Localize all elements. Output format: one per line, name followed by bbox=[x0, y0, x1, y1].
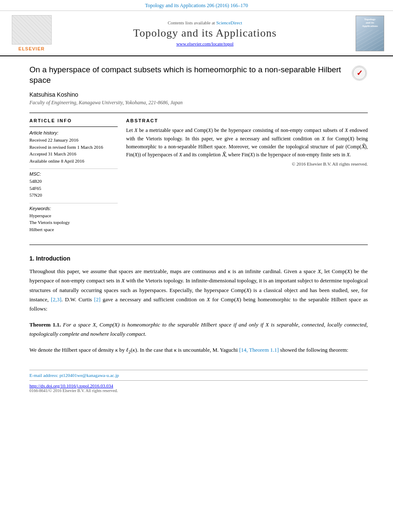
info-divider-2 bbox=[29, 169, 118, 169]
footer-doi[interactable]: http://dx.doi.org/10.1016/j.topol.2016.0… bbox=[29, 383, 368, 388]
elsevier-label: ELSEVIER bbox=[18, 46, 45, 51]
doi-link[interactable]: http://dx.doi.org/10.1016/j.topol.2016.0… bbox=[29, 383, 113, 388]
abstract-panel: ABSTRACT Let X be a metrizable space and… bbox=[126, 118, 368, 237]
history-label: Article history: bbox=[29, 130, 118, 135]
publisher-logo-area: ELSEVIER bbox=[6, 15, 57, 51]
keyword-2: The Vietoris topology bbox=[29, 219, 118, 226]
footer-divider bbox=[29, 380, 368, 381]
sciencedirect-link[interactable]: ScienceDirect bbox=[216, 20, 242, 25]
section-number: 1. bbox=[29, 255, 34, 262]
footer: E-mail address: pt120401we@kanagawa-u.ac… bbox=[29, 370, 368, 397]
author-name: Katsuhisa Koshino bbox=[29, 91, 368, 98]
history-received-revised: Received in revised form 1 March 2016 bbox=[29, 144, 118, 151]
and-text: and bbox=[218, 268, 226, 274]
email-label: E-mail address: bbox=[29, 373, 59, 378]
theorem-1-1-block: Theorem 1.1. For a space X, Comp(X) is h… bbox=[29, 320, 368, 339]
journal-title: Topology and its Applications bbox=[61, 27, 349, 40]
theorem-label: Theorem 1.1. bbox=[29, 321, 61, 328]
footer-rights: 0166-8641/© 2016 Elsevier B.V. All right… bbox=[29, 388, 368, 393]
svg-text:✓: ✓ bbox=[356, 69, 363, 77]
main-content: On a hyperspace of compact subsets which… bbox=[0, 56, 393, 370]
journal-citation: Topology and its Applications 206 (2016)… bbox=[0, 0, 393, 11]
article-info-heading: ARTICLE INFO bbox=[29, 118, 118, 123]
article-title: On a hyperspace of compact subsets which… bbox=[29, 65, 368, 85]
article-info-abstract: ARTICLE INFO Article history: Received 2… bbox=[29, 118, 368, 237]
ref-2-link[interactable]: [2] bbox=[94, 296, 100, 303]
msc-code-2: 54F65 bbox=[29, 185, 118, 192]
journal-cover-title: Topologyand itsApplications bbox=[362, 18, 378, 28]
keyword-3: Hilbert space bbox=[29, 226, 118, 233]
journal-cover-area: Topologyand itsApplications bbox=[353, 15, 387, 51]
ref-14-link[interactable]: [14, Theorem 1.1] bbox=[239, 347, 279, 353]
introduction-heading: 1. Introduction bbox=[29, 255, 368, 262]
author-affiliation: Faculty of Engineering, Kanagawa Univers… bbox=[29, 100, 368, 106]
abstract-heading: ABSTRACT bbox=[126, 118, 368, 123]
journal-header: ELSEVIER Contents lists available at Sci… bbox=[0, 11, 393, 56]
abstract-text: Let X be a metrizable space and Comp(X) … bbox=[126, 126, 368, 159]
copyright-text: © 2016 Elsevier B.V. All rights reserved… bbox=[126, 161, 368, 166]
history-available: Available online 8 April 2016 bbox=[29, 158, 118, 165]
journal-cover: Topologyand itsApplications bbox=[356, 16, 384, 51]
section-divider bbox=[29, 245, 368, 245]
msc-label: MSC: bbox=[29, 171, 118, 176]
section-title-text: Introduction bbox=[36, 255, 71, 262]
journal-header-center: Contents lists available at ScienceDirec… bbox=[61, 15, 349, 51]
keywords-label: Keywords: bbox=[29, 206, 118, 211]
msc-codes-section: MSC: 54B20 54F65 57N20 bbox=[29, 171, 118, 199]
msc-code-1: 54B20 bbox=[29, 178, 118, 185]
footer-email-line: E-mail address: pt120401we@kanagawa-u.ac… bbox=[29, 373, 368, 378]
crossmark-icon: ✓ bbox=[352, 66, 367, 81]
keywords-section: Keywords: Hyperspace The Vietoris topolo… bbox=[29, 206, 118, 233]
contents-label-text: Contents lists available at bbox=[168, 20, 216, 25]
article-history: Article history: Received 22 January 201… bbox=[29, 130, 118, 164]
email-address[interactable]: pt120401we@kanagawa-u.ac.jp bbox=[59, 373, 119, 378]
msc-code-3: 57N20 bbox=[29, 192, 118, 199]
ref-2-3-link[interactable]: [2,3] bbox=[51, 296, 61, 303]
history-accepted: Accepted 31 March 2016 bbox=[29, 150, 118, 158]
journal-url[interactable]: www.elsevier.com/locate/topol bbox=[61, 41, 349, 46]
publisher-logo bbox=[12, 15, 52, 45]
article-info-panel: ARTICLE INFO Article history: Received 2… bbox=[29, 118, 118, 237]
info-divider bbox=[29, 126, 118, 127]
history-received-1: Received 22 January 2016 bbox=[29, 137, 118, 144]
theorem-text: Theorem 1.1. For a space X, Comp(X) is h… bbox=[29, 320, 368, 339]
contents-available-line: Contents lists available at ScienceDirec… bbox=[61, 20, 349, 25]
keyword-1: Hyperspace bbox=[29, 212, 118, 219]
intro-paragraph-2: We denote the Hilbert space of density κ… bbox=[29, 345, 368, 356]
journal-url-link[interactable]: www.elsevier.com/locate/topol bbox=[176, 41, 233, 46]
journal-citation-text: Topology and its Applications 206 (2016)… bbox=[145, 3, 248, 8]
crossmark-area[interactable]: ✓ bbox=[351, 65, 368, 82]
info-divider-3 bbox=[29, 203, 118, 203]
theorem-content: For a space X, Comp(X) is homeomorphic t… bbox=[29, 321, 368, 337]
intro-paragraph-1: Throughout this paper, we assume that sp… bbox=[29, 267, 368, 313]
header-divider bbox=[29, 113, 368, 113]
